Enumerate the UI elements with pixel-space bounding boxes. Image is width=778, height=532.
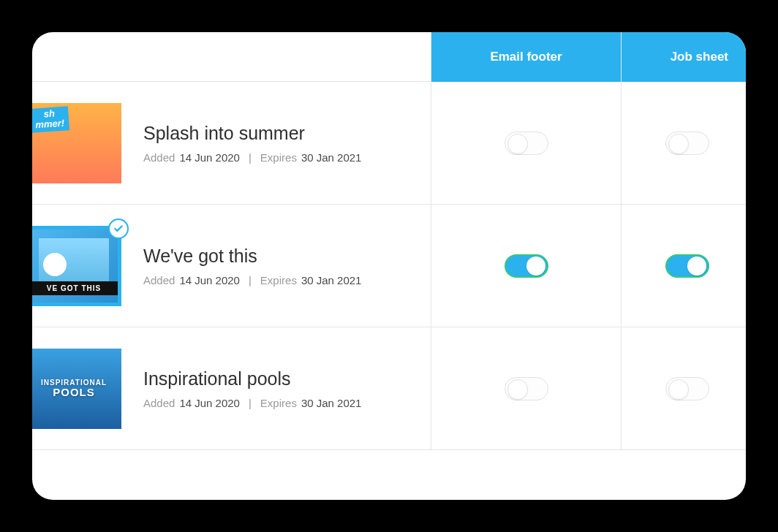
added-date: 14 Jun 2020 [179,151,240,164]
email-footer-toggle[interactable] [505,377,548,400]
thumbnail-caption: INSPIRATIONAL POOLS [41,379,107,399]
table-row: INSPIRATIONAL POOLS Inspirational pools … [32,327,746,450]
added-label: Added [143,274,175,286]
added-label: Added [143,151,175,164]
table-header: Email footer Job sheet [32,32,746,82]
thumbnail-overlay-text: sh mmer! [32,106,69,132]
header-spacer [32,32,431,82]
expires-label: Expires [260,151,297,164]
job-sheet-toggle[interactable] [665,254,709,278]
toggle-cell-job-sheet [621,327,746,449]
asset-thumbnail[interactable]: VE GOT THIS [32,226,121,306]
toggle-cell-email-footer [431,82,621,204]
expires-date: 30 Jan 2021 [301,151,362,164]
asset-cell: INSPIRATIONAL POOLS Inspirational pools … [32,327,431,449]
email-footer-toggle[interactable] [505,254,548,278]
thumbnail-image: sh mmer! [32,103,121,183]
column-header-job-sheet: Job sheet [621,32,746,82]
asset-title: We've got this [143,246,361,267]
meta-separator: | [244,274,256,286]
expires-label: Expires [260,274,297,286]
job-sheet-toggle[interactable] [665,132,709,155]
added-date: 14 Jun 2020 [179,397,240,409]
column-header-email-footer: Email footer [431,32,621,82]
added-label: Added [143,397,175,409]
meta-separator: | [244,397,256,409]
asset-meta: Added 14 Jun 2020 | Expires 30 Jan 2021 [143,151,361,164]
asset-meta: Added 14 Jun 2020 | Expires 30 Jan 2021 [143,397,361,409]
asset-meta: Added 14 Jun 2020 | Expires 30 Jan 2021 [143,274,361,286]
toggle-cell-email-footer [431,205,621,327]
toggle-cell-email-footer [431,327,621,449]
asset-cell: VE GOT THIS We've got this Added 14 Jun … [32,205,431,327]
selected-check-icon [108,218,129,239]
expires-date: 30 Jan 2021 [301,274,362,286]
toggle-cell-job-sheet [621,82,746,204]
asset-cell: sh mmer! Splash into summer Added 14 Jun… [32,82,431,204]
settings-card: Email footer Job sheet sh mmer! Splash i… [32,32,746,500]
thumbnail-caption: VE GOT THIS [32,281,118,295]
thumbnail-image: VE GOT THIS [32,226,121,306]
asset-title: Inspirational pools [143,368,361,390]
asset-title: Splash into summer [143,123,361,144]
table-row: VE GOT THIS We've got this Added 14 Jun … [32,205,746,327]
expires-date: 30 Jan 2021 [301,397,362,409]
email-footer-toggle[interactable] [505,132,548,155]
table-row: sh mmer! Splash into summer Added 14 Jun… [32,82,746,205]
asset-thumbnail[interactable]: INSPIRATIONAL POOLS [32,349,121,429]
thumbnail-image: INSPIRATIONAL POOLS [32,349,121,429]
asset-thumbnail[interactable]: sh mmer! [32,103,121,183]
toggle-cell-job-sheet [621,205,746,327]
meta-separator: | [244,151,256,164]
expires-label: Expires [260,397,297,409]
added-date: 14 Jun 2020 [179,274,240,286]
job-sheet-toggle[interactable] [665,377,709,400]
